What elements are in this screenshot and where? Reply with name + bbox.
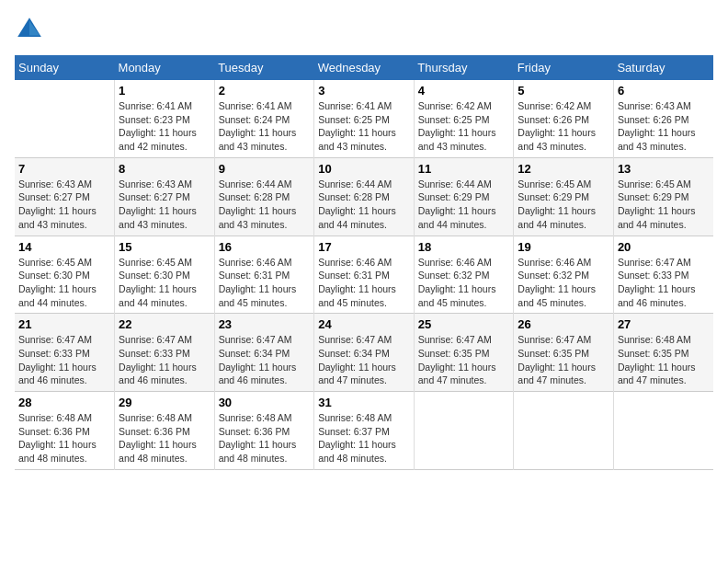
day-info: Sunrise: 6:45 AM Sunset: 6:30 PM Dayligh… [18, 256, 110, 310]
day-number: 16 [219, 240, 311, 254]
day-number: 26 [518, 317, 609, 331]
day-number: 18 [418, 240, 510, 254]
day-number: 10 [318, 162, 410, 176]
day-info: Sunrise: 6:46 AM Sunset: 6:32 PM Dayligh… [418, 256, 510, 310]
day-number: 2 [219, 84, 311, 98]
calendar-cell: 1Sunrise: 6:41 AM Sunset: 6:23 PM Daylig… [115, 80, 215, 157]
day-info: Sunrise: 6:43 AM Sunset: 6:27 PM Dayligh… [18, 178, 110, 232]
day-info: Sunrise: 6:48 AM Sunset: 6:37 PM Dayligh… [318, 411, 410, 465]
day-info: Sunrise: 6:47 AM Sunset: 6:34 PM Dayligh… [318, 333, 410, 387]
calendar-cell: 28Sunrise: 6:48 AM Sunset: 6:36 PM Dayli… [15, 392, 115, 470]
calendar-week-4: 28Sunrise: 6:48 AM Sunset: 6:36 PM Dayli… [15, 392, 713, 470]
weekday-header-thursday: Thursday [414, 55, 514, 80]
calendar-cell: 6Sunrise: 6:43 AM Sunset: 6:26 PM Daylig… [613, 80, 713, 157]
calendar-cell: 10Sunrise: 6:44 AM Sunset: 6:28 PM Dayli… [314, 157, 415, 236]
day-info: Sunrise: 6:43 AM Sunset: 6:27 PM Dayligh… [119, 178, 210, 232]
day-info: Sunrise: 6:44 AM Sunset: 6:29 PM Dayligh… [418, 178, 510, 232]
day-number: 12 [518, 162, 609, 176]
day-number: 9 [219, 162, 311, 176]
logo [15, 15, 48, 44]
day-info: Sunrise: 6:46 AM Sunset: 6:32 PM Dayligh… [518, 256, 609, 310]
logo-icon [15, 15, 44, 44]
day-info: Sunrise: 6:47 AM Sunset: 6:35 PM Dayligh… [518, 333, 609, 387]
day-info: Sunrise: 6:48 AM Sunset: 6:36 PM Dayligh… [119, 411, 210, 465]
day-number: 31 [318, 396, 410, 409]
calendar-week-0: 1Sunrise: 6:41 AM Sunset: 6:23 PM Daylig… [15, 80, 713, 157]
day-info: Sunrise: 6:48 AM Sunset: 6:35 PM Dayligh… [618, 333, 710, 387]
day-number: 3 [318, 84, 410, 98]
day-info: Sunrise: 6:46 AM Sunset: 6:31 PM Dayligh… [219, 256, 311, 310]
day-number: 21 [18, 317, 110, 331]
day-number: 6 [618, 84, 710, 98]
calendar-cell: 30Sunrise: 6:48 AM Sunset: 6:36 PM Dayli… [214, 392, 314, 470]
day-info: Sunrise: 6:47 AM Sunset: 6:35 PM Dayligh… [418, 333, 510, 387]
day-info: Sunrise: 6:44 AM Sunset: 6:28 PM Dayligh… [318, 178, 410, 232]
calendar-cell: 12Sunrise: 6:45 AM Sunset: 6:29 PM Dayli… [514, 157, 614, 236]
day-info: Sunrise: 6:46 AM Sunset: 6:31 PM Dayligh… [318, 256, 410, 310]
weekday-header-monday: Monday [115, 55, 215, 80]
calendar-cell: 4Sunrise: 6:42 AM Sunset: 6:25 PM Daylig… [414, 80, 514, 157]
calendar-cell: 17Sunrise: 6:46 AM Sunset: 6:31 PM Dayli… [314, 236, 415, 314]
calendar-cell: 22Sunrise: 6:47 AM Sunset: 6:33 PM Dayli… [115, 314, 215, 392]
day-number: 30 [219, 396, 311, 409]
day-info: Sunrise: 6:47 AM Sunset: 6:34 PM Dayligh… [219, 333, 311, 387]
day-info: Sunrise: 6:41 AM Sunset: 6:24 PM Dayligh… [219, 99, 311, 154]
calendar-cell [613, 392, 713, 470]
calendar-cell [514, 392, 614, 470]
day-info: Sunrise: 6:43 AM Sunset: 6:26 PM Dayligh… [618, 99, 710, 154]
day-number: 22 [119, 317, 210, 331]
calendar-week-1: 7Sunrise: 6:43 AM Sunset: 6:27 PM Daylig… [15, 157, 713, 236]
day-number: 7 [18, 162, 110, 176]
day-number: 4 [418, 84, 510, 98]
calendar-cell: 9Sunrise: 6:44 AM Sunset: 6:28 PM Daylig… [214, 157, 314, 236]
day-info: Sunrise: 6:47 AM Sunset: 6:33 PM Dayligh… [119, 333, 210, 387]
page-header [15, 15, 713, 44]
day-info: Sunrise: 6:48 AM Sunset: 6:36 PM Dayligh… [18, 411, 110, 465]
day-info: Sunrise: 6:48 AM Sunset: 6:36 PM Dayligh… [219, 411, 311, 465]
calendar-header: SundayMondayTuesdayWednesdayThursdayFrid… [15, 55, 713, 80]
day-number: 8 [119, 162, 210, 176]
day-number: 1 [119, 84, 210, 98]
day-number: 19 [518, 240, 609, 254]
day-number: 17 [318, 240, 410, 254]
day-info: Sunrise: 6:47 AM Sunset: 6:33 PM Dayligh… [618, 256, 710, 310]
calendar-cell: 8Sunrise: 6:43 AM Sunset: 6:27 PM Daylig… [115, 157, 215, 236]
weekday-header-saturday: Saturday [613, 55, 713, 80]
day-number: 29 [119, 396, 210, 409]
day-number: 27 [618, 317, 710, 331]
calendar-week-2: 14Sunrise: 6:45 AM Sunset: 6:30 PM Dayli… [15, 236, 713, 314]
day-info: Sunrise: 6:42 AM Sunset: 6:26 PM Dayligh… [518, 99, 609, 154]
calendar-cell [15, 80, 115, 157]
day-number: 23 [219, 317, 311, 331]
calendar-body: 1Sunrise: 6:41 AM Sunset: 6:23 PM Daylig… [15, 80, 713, 469]
day-number: 28 [18, 396, 110, 409]
day-info: Sunrise: 6:42 AM Sunset: 6:25 PM Dayligh… [418, 99, 510, 154]
calendar-week-3: 21Sunrise: 6:47 AM Sunset: 6:33 PM Dayli… [15, 314, 713, 392]
day-number: 11 [418, 162, 510, 176]
day-number: 24 [318, 317, 410, 331]
weekday-header-wednesday: Wednesday [314, 55, 415, 80]
calendar-cell: 13Sunrise: 6:45 AM Sunset: 6:29 PM Dayli… [613, 157, 713, 236]
day-info: Sunrise: 6:45 AM Sunset: 6:29 PM Dayligh… [518, 178, 609, 232]
day-number: 13 [618, 162, 710, 176]
calendar-cell: 3Sunrise: 6:41 AM Sunset: 6:25 PM Daylig… [314, 80, 415, 157]
day-info: Sunrise: 6:47 AM Sunset: 6:33 PM Dayligh… [18, 333, 110, 387]
weekday-header-sunday: Sunday [15, 55, 115, 80]
day-number: 14 [18, 240, 110, 254]
calendar-cell: 27Sunrise: 6:48 AM Sunset: 6:35 PM Dayli… [613, 314, 713, 392]
day-info: Sunrise: 6:45 AM Sunset: 6:30 PM Dayligh… [119, 256, 210, 310]
calendar-cell: 11Sunrise: 6:44 AM Sunset: 6:29 PM Dayli… [414, 157, 514, 236]
day-info: Sunrise: 6:45 AM Sunset: 6:29 PM Dayligh… [618, 178, 710, 232]
calendar-cell: 7Sunrise: 6:43 AM Sunset: 6:27 PM Daylig… [15, 157, 115, 236]
calendar-cell [414, 392, 514, 470]
weekday-header-tuesday: Tuesday [214, 55, 314, 80]
calendar-cell: 16Sunrise: 6:46 AM Sunset: 6:31 PM Dayli… [214, 236, 314, 314]
day-number: 5 [518, 84, 609, 98]
calendar-cell: 21Sunrise: 6:47 AM Sunset: 6:33 PM Dayli… [15, 314, 115, 392]
calendar-cell: 15Sunrise: 6:45 AM Sunset: 6:30 PM Dayli… [115, 236, 215, 314]
calendar-cell: 25Sunrise: 6:47 AM Sunset: 6:35 PM Dayli… [414, 314, 514, 392]
calendar-cell: 18Sunrise: 6:46 AM Sunset: 6:32 PM Dayli… [414, 236, 514, 314]
calendar-cell: 26Sunrise: 6:47 AM Sunset: 6:35 PM Dayli… [514, 314, 614, 392]
day-number: 25 [418, 317, 510, 331]
calendar-cell: 2Sunrise: 6:41 AM Sunset: 6:24 PM Daylig… [214, 80, 314, 157]
